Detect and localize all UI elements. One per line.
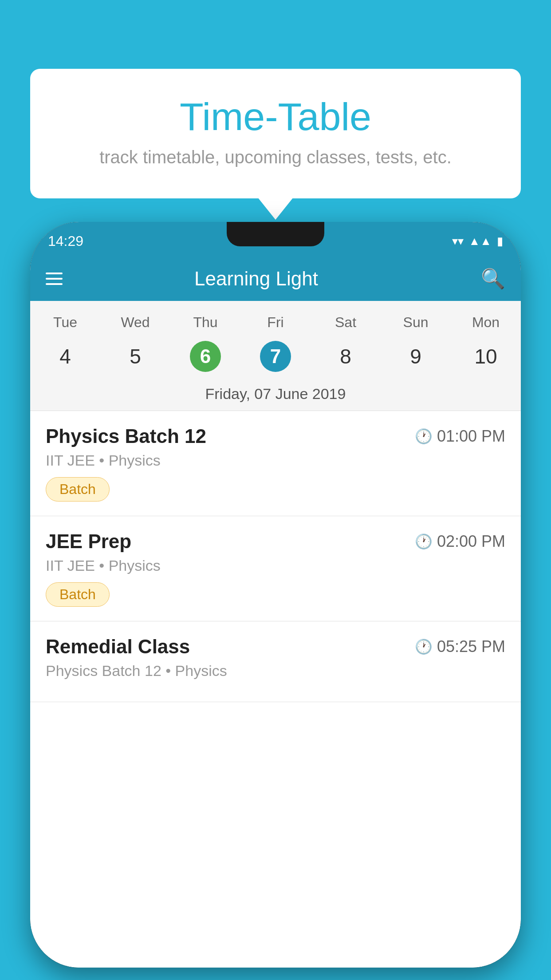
day-10[interactable]: 10 (451, 337, 521, 375)
day-9[interactable]: 9 (381, 337, 451, 375)
phone-notch (227, 222, 324, 246)
phone-frame: 14:29 ▾▾ ▲▲ ▮ Learning Light 🔍 Tue Wed T… (30, 222, 521, 968)
schedule-item-1[interactable]: Physics Batch 12 🕐 01:00 PM IIT JEE • Ph… (30, 411, 521, 516)
schedule-item-2[interactable]: JEE Prep 🕐 02:00 PM IIT JEE • Physics Ba… (30, 516, 521, 621)
schedule-name-1: Physics Batch 12 (46, 425, 206, 447)
schedule-item-1-header: Physics Batch 12 🕐 01:00 PM (46, 425, 505, 447)
tooltip-card: Time-Table track timetable, upcoming cla… (30, 69, 521, 198)
schedule-time-3: 🕐 05:25 PM (415, 637, 505, 656)
schedule-name-3: Remedial Class (46, 636, 190, 658)
day-header-sun: Sun (381, 310, 451, 335)
day-header-fri: Fri (240, 310, 311, 335)
phone-screen: 14:29 ▾▾ ▲▲ ▮ Learning Light 🔍 Tue Wed T… (30, 222, 521, 968)
tooltip-subtitle: track timetable, upcoming classes, tests… (52, 147, 499, 167)
schedule-meta-3: Physics Batch 12 • Physics (46, 662, 505, 680)
search-icon[interactable]: 🔍 (481, 267, 505, 290)
day-header-mon: Mon (451, 310, 521, 335)
selected-date: Friday, 07 June 2019 (30, 380, 521, 411)
day-4[interactable]: 4 (30, 337, 100, 375)
schedule-time-1: 🕐 01:00 PM (415, 427, 505, 446)
calendar-section: Tue Wed Thu Fri Sat Sun Mon 4 5 6 7 8 9 … (30, 301, 521, 411)
day-header-tue: Tue (30, 310, 100, 335)
signal-icon: ▲▲ (469, 234, 492, 248)
status-icons: ▾▾ ▲▲ ▮ (452, 234, 503, 248)
day-header-sat: Sat (311, 310, 381, 335)
day-8[interactable]: 8 (311, 337, 381, 375)
schedule-meta-2: IIT JEE • Physics (46, 557, 505, 574)
schedule-item-3-header: Remedial Class 🕐 05:25 PM (46, 636, 505, 658)
day-headers: Tue Wed Thu Fri Sat Sun Mon (30, 301, 521, 335)
app-title: Learning Light (76, 268, 468, 290)
tooltip-title: Time-Table (52, 95, 499, 138)
day-6[interactable]: 6 (170, 337, 240, 375)
day-header-thu: Thu (170, 310, 240, 335)
hamburger-menu[interactable] (46, 273, 63, 285)
hamburger-line-1 (46, 273, 63, 274)
batch-badge-2: Batch (46, 582, 110, 607)
batch-badge-1: Batch (46, 477, 110, 502)
day-7-circle: 7 (260, 341, 291, 372)
schedule-time-text-1: 01:00 PM (437, 427, 505, 446)
app-bar: Learning Light 🔍 (30, 257, 521, 301)
wifi-icon: ▾▾ (452, 234, 464, 248)
day-numbers: 4 5 6 7 8 9 10 (30, 335, 521, 380)
schedule-item-2-header: JEE Prep 🕐 02:00 PM (46, 530, 505, 553)
clock-icon-3: 🕐 (415, 638, 433, 655)
schedule-time-text-3: 05:25 PM (437, 637, 505, 656)
day-6-circle: 6 (190, 341, 221, 372)
hamburger-line-3 (46, 283, 63, 285)
day-7[interactable]: 7 (240, 337, 311, 375)
clock-icon-2: 🕐 (415, 533, 433, 550)
day-5[interactable]: 5 (100, 337, 170, 375)
battery-icon: ▮ (497, 234, 503, 248)
clock-icon-1: 🕐 (415, 428, 433, 445)
schedule-time-text-2: 02:00 PM (437, 532, 505, 551)
day-header-wed: Wed (100, 310, 170, 335)
status-time: 14:29 (48, 233, 83, 249)
schedule-item-3[interactable]: Remedial Class 🕐 05:25 PM Physics Batch … (30, 621, 521, 702)
schedule-container: Physics Batch 12 🕐 01:00 PM IIT JEE • Ph… (30, 411, 521, 968)
hamburger-line-2 (46, 278, 63, 280)
schedule-time-2: 🕐 02:00 PM (415, 532, 505, 551)
schedule-name-2: JEE Prep (46, 530, 131, 553)
schedule-meta-1: IIT JEE • Physics (46, 452, 505, 469)
